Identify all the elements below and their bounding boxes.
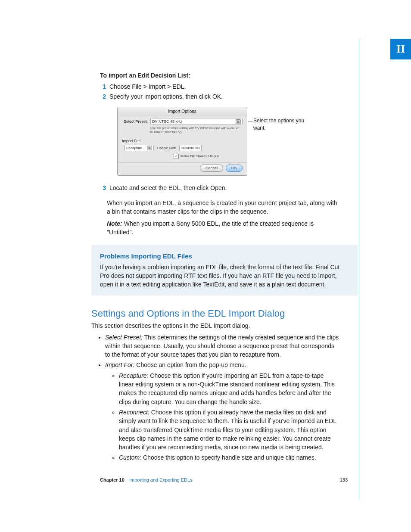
page-number: 133 (340, 477, 348, 482)
checkbox-icon[interactable]: ✓ (174, 154, 179, 159)
sidebar-callout: Problems Importing EDL Files If you're h… (91, 245, 358, 296)
term-recapture: Recapture: (119, 372, 148, 379)
select-preset-row: Select Preset: DV NTSC 48 kHz ⇅ (118, 116, 247, 127)
term-body: Choose this option to specify handle siz… (141, 454, 316, 461)
chevron-up-down-icon: ⇅ (147, 146, 152, 150)
import-for-value: Recapture (126, 146, 142, 151)
term-select-preset: Select Preset: (105, 334, 143, 341)
select-preset-dropdown[interactable]: DV NTSC 48 kHz ⇅ (150, 118, 243, 125)
term-body: Choose an option from the pop-up menu. (134, 361, 246, 368)
page-footer: Chapter 10 Importing and Exporting EDLs … (100, 477, 348, 482)
step-2: 2 Specify your import options, then clic… (100, 92, 339, 101)
instruction-heading: To import an Edit Decision List: (100, 71, 339, 80)
handle-size-value[interactable]: 00:00:01:00 (179, 145, 202, 151)
chapter-number: Chapter 10 (100, 477, 125, 482)
callout-text: Select the options you want. (253, 107, 309, 176)
step-number: 3 (100, 184, 106, 192)
chevron-up-down-icon: ⇅ (236, 119, 241, 124)
step-text: Locate and select the EDL, then click Op… (109, 184, 339, 192)
ordered-steps-continued: 3 Locate and select the EDL, then click … (100, 184, 339, 192)
checkbox-label: Make File Names Unique (181, 154, 219, 159)
import-for-dropdown[interactable]: Recapture ⇅ (125, 145, 154, 151)
import-for-row: Recapture ⇅ Handle Size 00:00:01:00 (118, 145, 247, 153)
section-heading: Settings and Options in the EDL Import D… (91, 307, 339, 320)
note-label: Note: (107, 220, 122, 227)
list-item: Select Preset: This determines the setti… (105, 333, 339, 359)
term-custom: Custom: (119, 454, 141, 461)
term-body: Choose this option if you already have t… (119, 409, 336, 451)
ordered-steps: 1 Choose File > Import > EDL. 2 Specify … (100, 82, 339, 101)
import-options-dialog: Import Options Select Preset: DV NTSC 48… (117, 107, 247, 176)
step-text: Choose File > Import > EDL. (109, 82, 339, 91)
step-1: 1 Choose File > Import > EDL. (100, 82, 339, 91)
step-number: 1 (100, 82, 106, 91)
sidebar-title: Problems Importing EDL Files (100, 252, 349, 261)
margin-rule (359, 39, 359, 500)
step-text: Specify your import options, then click … (109, 92, 339, 101)
section-tab: II (390, 39, 411, 59)
step-number: 2 (100, 92, 106, 101)
preset-description: Use this preset when editing with DV NTS… (118, 127, 247, 137)
import-for-label: Import For: (118, 137, 247, 145)
paragraph: When you import an EDL, a sequence is cr… (107, 199, 339, 216)
term-reconnect: Reconnect: (119, 409, 149, 416)
dialog-title: Import Options (118, 107, 247, 117)
handle-size-label: Handle Size (157, 146, 176, 151)
list-item: Custom: Choose this option to specify ha… (119, 453, 339, 462)
step-3: 3 Locate and select the EDL, then click … (100, 184, 339, 192)
sidebar-body: If you're having a problem importing an … (100, 263, 349, 289)
select-preset-label: Select Preset: (122, 119, 148, 124)
term-body: Choose this option if you're importing a… (119, 372, 335, 405)
dialog-figure: Import Options Select Preset: DV NTSC 48… (117, 107, 339, 176)
cancel-button[interactable]: Cancel (200, 165, 223, 172)
ok-button[interactable]: OK (226, 165, 243, 172)
preset-value: DV NTSC 48 kHz (152, 119, 182, 124)
list-item: Import For: Choose an option from the po… (105, 361, 339, 462)
note-paragraph: Note: When you import a Sony 5000 EDL, t… (107, 219, 339, 237)
list-item: Recapture: Choose this option if you're … (119, 371, 339, 406)
chapter-title: Importing and Exporting EDLs (129, 477, 193, 482)
note-text: When you import a Sony 5000 EDL, the tit… (107, 220, 314, 236)
section-intro: This section describes the options in th… (91, 321, 339, 330)
page-content: To import an Edit Decision List: 1 Choos… (100, 71, 339, 464)
sub-options-list: Recapture: Choose this option if you're … (112, 371, 339, 462)
footer-left: Chapter 10 Importing and Exporting EDLs (100, 477, 193, 482)
term-import-for: Import For: (105, 361, 134, 368)
unique-names-row: ✓ Make File Names Unique (118, 153, 247, 162)
list-item: Reconnect: Choose this option if you alr… (119, 408, 339, 451)
options-list: Select Preset: This determines the setti… (98, 333, 339, 462)
dialog-buttons: Cancel OK (118, 162, 247, 172)
